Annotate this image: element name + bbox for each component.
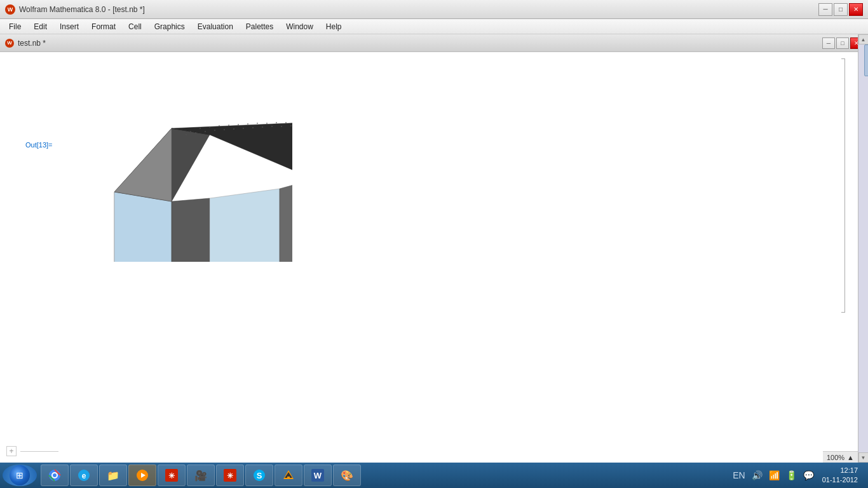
close-button[interactable]: ✕ [849,3,863,16]
menu-edit[interactable]: Edit [27,20,53,34]
menu-palettes[interactable]: Palettes [240,20,280,34]
menu-evaluation[interactable]: Evaluation [191,20,240,34]
app-icon: W [5,4,15,15]
minimize-button[interactable]: ─ [818,3,832,16]
menu-bar: File Edit Insert Format Cell Graphics Ev… [0,19,868,34]
title-bar-left: W Wolfram Mathematica 8.0 - [test.nb *] [5,4,145,15]
window-title: Wolfram Mathematica 8.0 - [test.nb *] [19,5,145,14]
menu-insert[interactable]: Insert [53,20,85,34]
menu-cell[interactable]: Cell [122,20,148,34]
menu-file[interactable]: File [3,20,27,34]
menu-window[interactable]: Window [280,20,320,34]
title-bar: W Wolfram Mathematica 8.0 - [test.nb *] … [0,0,868,19]
menu-graphics[interactable]: Graphics [148,20,191,34]
menu-help[interactable]: Help [320,20,348,34]
maximize-button[interactable]: □ [834,3,848,16]
title-controls: ─ □ ✕ [818,3,863,16]
menu-format[interactable]: Format [85,20,122,34]
